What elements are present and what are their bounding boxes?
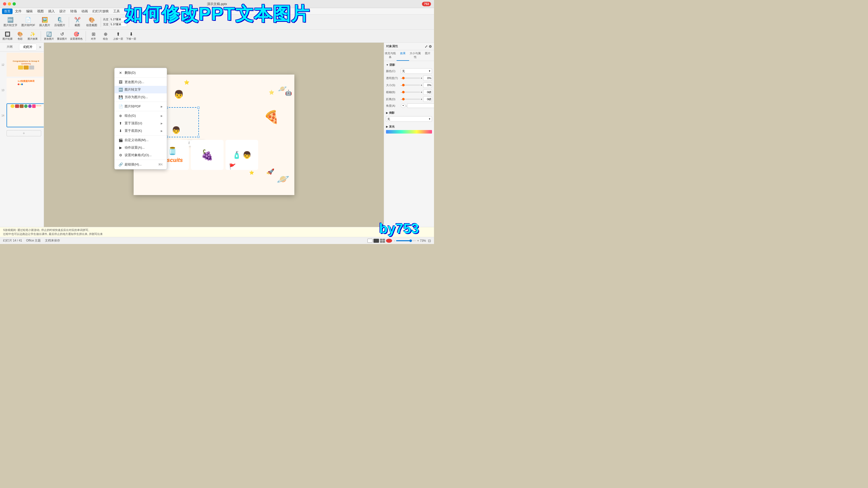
ctx-change-img[interactable]: 🖼 更改图片(J)... (115, 78, 167, 86)
menu-item-view[interactable]: 视图 (35, 8, 46, 14)
angle-dial[interactable]: • (401, 103, 405, 108)
img-tb-effect[interactable]: ✨ 图片效果 (27, 31, 39, 41)
shadow-blur-dec[interactable]: - (401, 91, 402, 94)
tab-size-prop[interactable]: 大小与属性 (409, 50, 422, 61)
shadow-blur-thumb[interactable] (402, 91, 405, 93)
height-input[interactable] (110, 17, 127, 22)
menu-item-edit[interactable]: 编辑 (24, 8, 35, 14)
ctx-custom-anim[interactable]: 🎬 自定义动画(M)... (115, 136, 167, 144)
reflection-section-title[interactable]: ▶ 倒影 (386, 111, 432, 115)
width-input[interactable] (110, 22, 127, 27)
slide-num-14: 14 (1, 114, 4, 117)
toolbar-img-to-text[interactable]: 🔤 图片转文字 (2, 15, 19, 29)
menu-item-slideshow[interactable]: 幻灯片放映 (90, 8, 111, 14)
toolbar-compress-img[interactable]: 🗜️ 压缩图片 (53, 15, 67, 29)
ctx-hyperlink[interactable]: 🔗 超链接(H)... ⌘K (115, 161, 167, 168)
sidebar-tab-outline[interactable]: 大纲 (1, 44, 18, 51)
shadow-size-inc[interactable]: + (421, 84, 422, 87)
ctx-img-to-text[interactable]: 🔤 图片转文字 (115, 86, 167, 93)
selected-object[interactable]: 👦 (166, 107, 199, 137)
slide-thumb-13[interactable]: 13 1.2拍查提问单词 🔴⭐🔵 (1, 78, 43, 102)
slide-num-13: 13 (1, 89, 4, 91)
ctx-send-bottom[interactable]: ⬇ 置于底层(K) ▶ (115, 127, 167, 135)
menu-item-transition[interactable]: 转场 (68, 8, 79, 14)
ctx-change-img-icon: 🖼 (119, 80, 123, 84)
view-slideshow[interactable] (373, 239, 379, 243)
toolbar-screenshot[interactable]: ✂️ 截图 (71, 15, 84, 29)
reflection-dropdown[interactable]: 无 ▼ (386, 116, 432, 122)
zoom-out-btn[interactable]: - (394, 239, 395, 242)
flag-icon: 🚩 (229, 163, 236, 170)
shadow-section-title[interactable]: ▼ 阴影 (386, 63, 432, 67)
shadow-opacity-dec[interactable]: - (401, 77, 402, 79)
play-button[interactable] (386, 239, 392, 243)
toolbar-insert-img[interactable]: 🖼️ 插入图片 (38, 15, 52, 29)
sidebar-tab-slides[interactable]: 幻灯片 (19, 44, 37, 51)
slide-thumb-12[interactable]: 12 Congratulations to Group K Questionin… (1, 53, 43, 76)
menu-item-home[interactable]: 首页 (2, 8, 12, 14)
ctx-send-bottom-label: 置于底层(K) (125, 129, 159, 133)
shadow-blur-inc[interactable]: + (421, 91, 422, 94)
sidebar-close[interactable]: ✕ (38, 44, 43, 51)
ctx-bring-top[interactable]: ⬆ 置于顶层(U) ▶ (115, 120, 167, 127)
ctx-custom-anim-icon: 🎬 (119, 138, 123, 142)
shadow-dist-inc[interactable]: + (421, 98, 422, 101)
img-tb-transparent[interactable]: 🎯 设置透明色 (69, 31, 84, 41)
img-tb-change[interactable]: 🔄 更改图片 (43, 31, 55, 41)
fit-btn[interactable]: ⊡ (428, 239, 431, 243)
zoom-in-btn[interactable]: + (417, 239, 419, 242)
menu-item-file[interactable]: 文件 (13, 8, 24, 14)
right-panel-settings[interactable]: ⚙ (429, 44, 432, 48)
right-panel-title: 对象属性 (386, 44, 398, 48)
view-grid[interactable] (380, 239, 385, 243)
view-normal[interactable] (367, 239, 372, 243)
ctx-format[interactable]: ⚙ 设置对象格式(O)... (115, 151, 167, 159)
planet-icon: 🪐 (277, 173, 289, 185)
menu-item-insert[interactable]: 插入 (46, 8, 57, 14)
ctx-group[interactable]: ⊕ 组合(G) ▶ (115, 112, 167, 120)
img-tb-color[interactable]: 🎨 色彩 (14, 31, 26, 41)
shadow-dist-dec[interactable]: - (401, 98, 402, 101)
img-tb-down[interactable]: ⬇ 下移一层 (125, 31, 137, 41)
img-tb-up[interactable]: ⬆ 上移一层 (112, 31, 124, 41)
shadow-angle-input[interactable] (407, 103, 434, 108)
glow-section-title[interactable]: ▶ 发光 (386, 125, 432, 129)
minimize-button[interactable] (8, 2, 11, 5)
menu-item-design[interactable]: 设计 (57, 8, 68, 14)
handle-br[interactable] (197, 136, 199, 138)
ctx-action[interactable]: ▶ 动作设置(A)... (115, 144, 167, 151)
zoom-handle[interactable] (409, 239, 412, 242)
ctx-delete[interactable]: ✕ 删除(D) (115, 69, 167, 76)
shadow-opacity-thumb[interactable] (402, 77, 405, 79)
add-slide-button[interactable]: + (1, 129, 43, 138)
toolbar-sep-1 (69, 17, 69, 27)
close-button[interactable] (3, 2, 6, 5)
shadow-opacity-inc[interactable]: + (421, 77, 422, 79)
tab-picture[interactable]: 图片 (422, 50, 434, 61)
food-card-2[interactable]: 🍇 (191, 140, 223, 170)
menu-item-animation[interactable]: 动画 (80, 8, 90, 14)
maximize-button[interactable] (12, 2, 16, 5)
img-tb-combine[interactable]: ⊕ 组合 (100, 31, 111, 41)
ctx-save-as-img[interactable]: 💾 另存为图片(S)... (115, 93, 167, 101)
toolbar-img-to-pdf[interactable]: 📄 图片转PDF (20, 15, 37, 29)
shadow-size-dec[interactable]: - (401, 84, 402, 87)
img-to-text-icon: 🔤 (7, 17, 13, 23)
shadow-size-thumb[interactable] (402, 84, 405, 86)
shadow-angle-dec[interactable]: - (406, 104, 407, 107)
right-panel-expand[interactable]: ⤢ (425, 44, 428, 48)
zoom-slider[interactable] (396, 240, 416, 241)
menu-item-tools[interactable]: 工具 (111, 8, 122, 14)
img-tb-align[interactable]: ⊞ 对齐 (88, 31, 99, 41)
shadow-color-dropdown[interactable]: 无 ▼ (401, 68, 432, 74)
handle-tr[interactable] (197, 107, 199, 109)
img-tb-outline[interactable]: 🔲 图片轮廓 (1, 31, 13, 41)
ctx-img-to-pdf[interactable]: 📄 图片转PDF ▶ (115, 103, 167, 110)
img-tb-reset[interactable]: ↺ 重设图片 (56, 31, 68, 41)
toolbar-creative-screenshot[interactable]: 🎨 创意截图 (85, 15, 99, 29)
shadow-dist-thumb[interactable] (402, 98, 405, 100)
slide-thumb-inner-14: biscuits (6, 103, 44, 127)
slide-thumb-14[interactable]: 14 biscuits (1, 103, 43, 127)
tab-fill-line[interactable]: 填充与线条 (384, 50, 397, 61)
tab-effect[interactable]: 效果 (397, 50, 409, 61)
